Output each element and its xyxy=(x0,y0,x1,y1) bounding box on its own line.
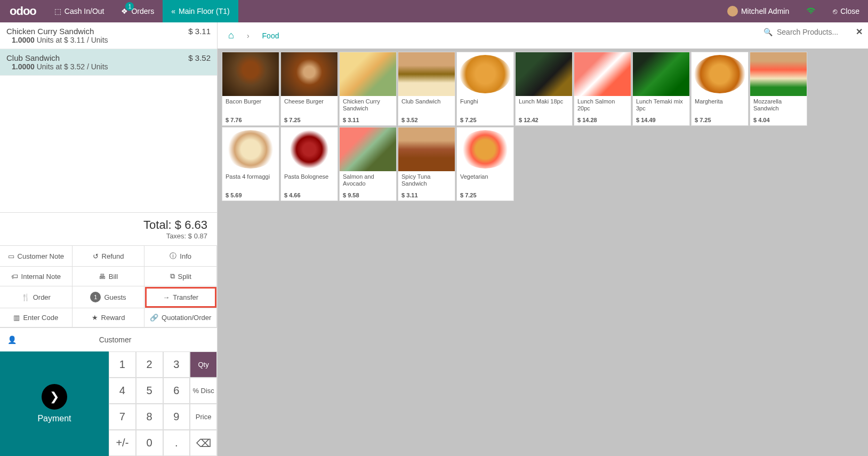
product-name: Pasta Bolognese xyxy=(281,171,337,190)
numpad-0[interactable]: 0 xyxy=(136,430,163,456)
split-button[interactable]: ⧉Split xyxy=(144,267,217,286)
product-image xyxy=(281,127,337,171)
cash-in-out-label: Cash In/Out xyxy=(65,7,105,15)
info-button[interactable]: ⓘInfo xyxy=(144,246,217,267)
numpad-qty[interactable]: Qty xyxy=(190,351,217,378)
product-card[interactable]: Pasta 4 formaggi $ 5.69 xyxy=(222,127,279,201)
product-card[interactable]: Lunch Salmon 20pc $ 14.28 xyxy=(574,52,631,126)
orderline-price: $ 3.11 xyxy=(188,27,211,36)
taxes-value: $ 0.87 xyxy=(188,232,207,240)
product-card[interactable]: Lunch Maki 18pc $ 12.42 xyxy=(515,52,573,126)
enter-code-button[interactable]: ▥Enter Code xyxy=(0,308,73,327)
search-clear-icon[interactable]: ✕ xyxy=(856,27,863,37)
control-buttons: ▭Customer Note ↺Refund ⓘInfo 🏷Internal N… xyxy=(0,245,217,327)
numpad-price[interactable]: Price xyxy=(190,404,217,430)
chevron-left-double-icon: « xyxy=(171,7,175,15)
product-image xyxy=(340,52,396,96)
reward-button[interactable]: ★Reward xyxy=(73,308,145,327)
taxes-label: Taxes: xyxy=(166,232,187,240)
product-price: $ 14.49 xyxy=(633,115,689,125)
numpad-3[interactable]: 3 xyxy=(163,351,190,378)
product-card[interactable]: Salmon and Avocado $ 9.58 xyxy=(339,127,397,201)
customer-note-button[interactable]: ▭Customer Note xyxy=(0,246,73,267)
order-line[interactable]: Club Sandwich $ 3.52 1.0000 Units at $ 3… xyxy=(0,49,217,76)
home-icon[interactable]: ⌂ xyxy=(228,30,234,41)
close-label: Close xyxy=(840,7,859,15)
info-icon: ⓘ xyxy=(170,251,176,261)
refund-button[interactable]: ↺Refund xyxy=(73,246,145,267)
product-price: $ 5.69 xyxy=(222,190,279,201)
product-name: Bacon Burger xyxy=(222,96,279,115)
numpad: 1 2 3 Qty 4 5 6 % Disc 7 8 9 Price +/- 0… xyxy=(109,351,217,456)
product-name: Pasta 4 formaggi xyxy=(222,171,279,190)
product-card[interactable]: Lunch Temaki mix 3pc $ 14.49 xyxy=(632,52,690,126)
product-price: $ 9.58 xyxy=(340,190,396,201)
product-card[interactable]: Bacon Burger $ 7.76 xyxy=(222,52,279,126)
numpad-1[interactable]: 1 xyxy=(109,351,136,378)
product-image xyxy=(750,52,807,96)
cash-icon: ⬚ xyxy=(54,7,61,15)
numpad-dot[interactable]: . xyxy=(163,430,190,456)
quotation-button[interactable]: 🔗Quotation/Order xyxy=(144,308,217,327)
product-name: Salmon and Avocado xyxy=(340,171,396,190)
payment-button[interactable]: ❯ Payment xyxy=(0,351,109,456)
guests-button[interactable]: 1Guests xyxy=(73,286,145,308)
product-image xyxy=(340,127,396,171)
numpad-6[interactable]: 6 xyxy=(163,378,190,404)
product-card[interactable]: Cheese Burger $ 7.25 xyxy=(280,52,338,126)
product-name: Funghi xyxy=(457,96,513,115)
numpad-2[interactable]: 2 xyxy=(136,351,163,378)
product-price: $ 7.25 xyxy=(281,115,337,125)
breadcrumb-category[interactable]: Food xyxy=(262,31,279,40)
order-line[interactable]: Chicken Curry Sandwich $ 3.11 1.0000 Uni… xyxy=(0,22,217,49)
chevron-right-icon: ❯ xyxy=(42,384,67,410)
cutlery-icon: 🍴 xyxy=(21,293,30,301)
customer-button[interactable]: 👤 Customer xyxy=(0,328,217,351)
product-name: Mozzarella Sandwich xyxy=(750,96,807,115)
numpad-9[interactable]: 9 xyxy=(163,404,190,430)
orders-button[interactable]: ❖ 1 Orders xyxy=(112,0,163,22)
product-card[interactable]: Funghi $ 7.25 xyxy=(456,52,514,126)
search-icon: 🔍 xyxy=(763,28,773,36)
search-input[interactable] xyxy=(777,28,851,36)
product-image xyxy=(516,52,572,96)
internal-note-button[interactable]: 🏷Internal Note xyxy=(0,267,73,286)
numpad-7[interactable]: 7 xyxy=(109,404,136,430)
product-card[interactable]: Vegetarian $ 7.25 xyxy=(456,127,514,201)
order-lines: Chicken Curry Sandwich $ 3.11 1.0000 Uni… xyxy=(0,22,217,212)
order-button[interactable]: 🍴Order xyxy=(0,286,73,308)
product-name: Margherita xyxy=(692,96,748,115)
product-card[interactable]: Spicy Tuna Sandwich $ 3.11 xyxy=(398,127,455,201)
product-image xyxy=(574,52,631,96)
product-price: $ 4.04 xyxy=(750,115,807,125)
product-card[interactable]: Club Sandwich $ 3.52 xyxy=(398,52,455,126)
close-button[interactable]: ⎋ Close xyxy=(824,0,868,22)
product-price: $ 7.25 xyxy=(457,190,513,201)
numpad-backspace[interactable]: ⌫ xyxy=(190,430,217,456)
payment-label: Payment xyxy=(37,414,71,423)
numpad-5[interactable]: 5 xyxy=(136,378,163,404)
product-card[interactable]: Mozzarella Sandwich $ 4.04 xyxy=(750,52,807,126)
product-card[interactable]: Chicken Curry Sandwich $ 3.11 xyxy=(339,52,397,126)
product-card[interactable]: Pasta Bolognese $ 4.66 xyxy=(280,127,338,201)
wifi-status-icon xyxy=(798,0,824,22)
orderline-qty: 1.0000 Units at $ 3.52 / Units xyxy=(6,62,211,71)
signout-icon: ⎋ xyxy=(833,7,837,15)
numpad-sign[interactable]: +/- xyxy=(109,430,136,456)
tag-icon: 🏷 xyxy=(11,273,18,281)
star-icon: ★ xyxy=(92,314,98,322)
cash-in-out-button[interactable]: ⬚ Cash In/Out xyxy=(46,0,113,22)
bill-button[interactable]: 🖶Bill xyxy=(73,267,145,286)
product-price: $ 7.76 xyxy=(222,115,279,125)
transfer-button[interactable]: →Transfer xyxy=(144,286,217,308)
user-menu[interactable]: Mitchell Admin xyxy=(719,0,798,22)
numpad-8[interactable]: 8 xyxy=(136,404,163,430)
product-image xyxy=(457,127,513,171)
breadcrumb: ⌂ › Food 🔍 ✕ xyxy=(218,22,868,49)
product-name: Lunch Salmon 20pc xyxy=(574,96,631,115)
odoo-logo[interactable]: odoo xyxy=(0,4,46,18)
floor-button[interactable]: « Main Floor (T1) xyxy=(163,0,238,22)
numpad-disc[interactable]: % Disc xyxy=(190,378,217,404)
product-card[interactable]: Margherita $ 7.25 xyxy=(691,52,749,126)
numpad-4[interactable]: 4 xyxy=(109,378,136,404)
